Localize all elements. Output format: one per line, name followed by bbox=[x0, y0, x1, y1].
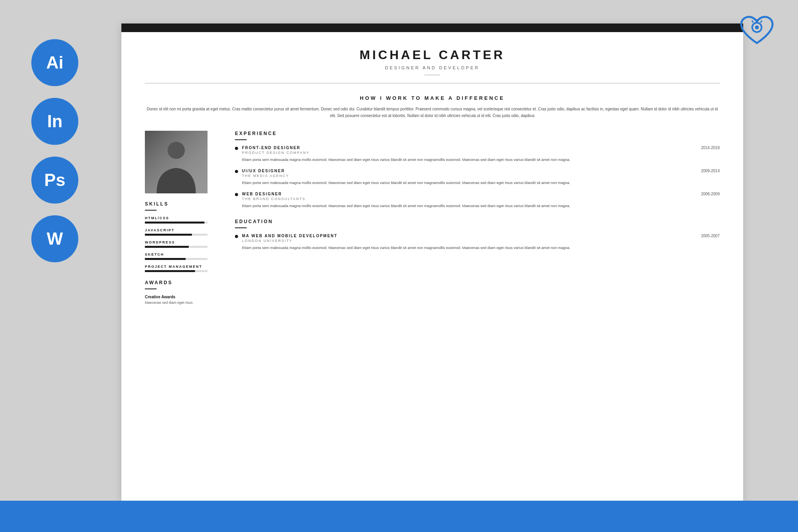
skills-section: SKILLS HTML/CSS JAVASCRIPT bbox=[145, 201, 223, 272]
resume-top-bar bbox=[121, 23, 743, 32]
experience-divider bbox=[235, 139, 247, 140]
skill-bar-bg-sketch bbox=[145, 258, 208, 260]
skill-js: JAVASCRIPT bbox=[145, 228, 223, 236]
left-column: SKILLS HTML/CSS JAVASCRIPT bbox=[145, 131, 223, 306]
illustrator-icon[interactable]: Ai bbox=[31, 39, 78, 86]
resume-document: MICHAEL CARTER DESIGNER AND DEVELOPER HO… bbox=[121, 23, 743, 501]
edu-school-1: LONDON UNIVERSITY bbox=[242, 239, 720, 243]
resume-title: DESIGNER AND DEVELOPER bbox=[145, 65, 720, 70]
exp-bullet-3 bbox=[235, 193, 238, 196]
skill-bar-bg-wp bbox=[145, 246, 208, 248]
exp-header-2: UI/UX DESIGNER 2009-2014 bbox=[242, 169, 720, 173]
exp-bullet-2 bbox=[235, 170, 238, 173]
experience-section: EXPERIENCE FRONT-END DESIGNER 2014-2018 … bbox=[235, 131, 720, 209]
svg-point-7 bbox=[168, 142, 185, 159]
exp-company-3: THE BRAND CONSULTANTS bbox=[242, 197, 720, 201]
award-desc: Maecenas sed diam eget risus bbox=[145, 300, 223, 306]
intro-heading: HOW I WORK TO MAKE A DIFFERENCE bbox=[145, 95, 720, 101]
skill-bar-fill-js bbox=[145, 234, 192, 236]
svg-line-3 bbox=[761, 21, 762, 22]
awards-section: AWARDS Creative Awards Maecenas sed diam… bbox=[145, 280, 223, 306]
exp-bullet-1 bbox=[235, 147, 238, 150]
skill-bar-bg-pm bbox=[145, 270, 208, 272]
header-divider bbox=[424, 75, 440, 75]
skill-bar-bg-html bbox=[145, 222, 208, 224]
photo-bg bbox=[145, 131, 208, 193]
skill-bar-fill-sketch bbox=[145, 258, 186, 260]
right-column: EXPERIENCE FRONT-END DESIGNER 2014-2018 … bbox=[235, 131, 720, 306]
exp-dates-1: 2014-2018 bbox=[701, 146, 720, 150]
exp-item-2: UI/UX DESIGNER 2009-2014 THE MEDIA AGENC… bbox=[235, 169, 720, 186]
edu-item-1: MA WEB AND MOBILE DEVELOPMENT 2005-2007 … bbox=[235, 234, 720, 251]
edu-header-1: MA WEB AND MOBILE DEVELOPMENT 2005-2007 bbox=[242, 234, 720, 238]
awards-heading: AWARDS bbox=[145, 280, 223, 285]
awards-divider bbox=[145, 289, 157, 289]
exp-job-2: UI/UX DESIGNER bbox=[242, 169, 285, 173]
svg-line-4 bbox=[752, 21, 753, 22]
skills-divider bbox=[145, 210, 157, 211]
exp-item-1: FRONT-END DESIGNER 2014-2018 PRODUCT DES… bbox=[235, 146, 720, 162]
education-heading: EDUCATION bbox=[235, 219, 720, 224]
exp-desc-3: Etiam porta sem malesuada magna mollis e… bbox=[242, 203, 720, 209]
edu-dates-1: 2005-2007 bbox=[701, 234, 720, 238]
award-title: Creative Awards bbox=[145, 295, 223, 299]
skill-bar-fill-wp bbox=[145, 246, 189, 248]
intro-section: HOW I WORK TO MAKE A DIFFERENCE Donec id… bbox=[145, 95, 720, 119]
intro-text: Donec id elit non mi porta gravida at eg… bbox=[145, 106, 720, 119]
resume-name: MICHAEL CARTER bbox=[145, 48, 720, 62]
photoshop-icon[interactable]: Ps bbox=[31, 157, 78, 204]
education-section: EDUCATION MA WEB AND MOBILE DEVELOPMENT … bbox=[235, 219, 720, 251]
exp-desc-2: Etiam porta sem malesuada magna mollis e… bbox=[242, 180, 720, 186]
skill-html: HTML/CSS bbox=[145, 216, 223, 224]
skill-bar-fill-pm bbox=[145, 270, 195, 272]
exp-desc-1: Etiam porta sem malesuada magna mollis e… bbox=[242, 157, 720, 162]
exp-dates-3: 2008-2009 bbox=[701, 192, 720, 196]
exp-dates-2: 2009-2014 bbox=[701, 169, 720, 173]
skill-wp: WORDPRESS bbox=[145, 240, 223, 248]
sidebar-icons: Ai In Ps W bbox=[31, 39, 78, 262]
profile-photo bbox=[145, 131, 208, 193]
skill-pm: PROJECT MANAGEMENT bbox=[145, 265, 223, 272]
skill-bar-fill-html bbox=[145, 222, 204, 224]
word-icon[interactable]: W bbox=[31, 215, 78, 262]
edu-bullet-1 bbox=[235, 235, 238, 238]
skills-heading: SKILLS bbox=[145, 201, 223, 207]
edu-desc-1: Etiam porta sem malesuada magna mollis e… bbox=[242, 245, 720, 251]
svg-point-1 bbox=[755, 25, 759, 29]
edu-degree-1: MA WEB AND MOBILE DEVELOPMENT bbox=[242, 234, 338, 238]
skill-sketch: SKETCH bbox=[145, 252, 223, 260]
exp-item-3: WEB DESIGNER 2008-2009 THE BRAND CONSULT… bbox=[235, 192, 720, 209]
skill-bar-bg-js bbox=[145, 234, 208, 236]
resume-content: MICHAEL CARTER DESIGNER AND DEVELOPER HO… bbox=[121, 32, 743, 501]
two-column-layout: SKILLS HTML/CSS JAVASCRIPT bbox=[145, 131, 720, 306]
education-divider bbox=[235, 227, 247, 228]
exp-header-1: FRONT-END DESIGNER 2014-2018 bbox=[242, 146, 720, 150]
experience-heading: EXPERIENCE bbox=[235, 131, 720, 136]
resume-header: MICHAEL CARTER DESIGNER AND DEVELOPER bbox=[145, 48, 720, 83]
exp-company-1: PRODUCT DESIGN COMPANY bbox=[242, 151, 720, 155]
exp-header-3: WEB DESIGNER 2008-2009 bbox=[242, 192, 720, 196]
brand-logo bbox=[739, 16, 775, 49]
indesign-icon[interactable]: In bbox=[31, 98, 78, 145]
exp-job-1: FRONT-END DESIGNER bbox=[242, 146, 300, 150]
bottom-bar bbox=[0, 501, 798, 532]
exp-job-3: WEB DESIGNER bbox=[242, 192, 282, 196]
exp-company-2: THE MEDIA AGENCY bbox=[242, 174, 720, 178]
